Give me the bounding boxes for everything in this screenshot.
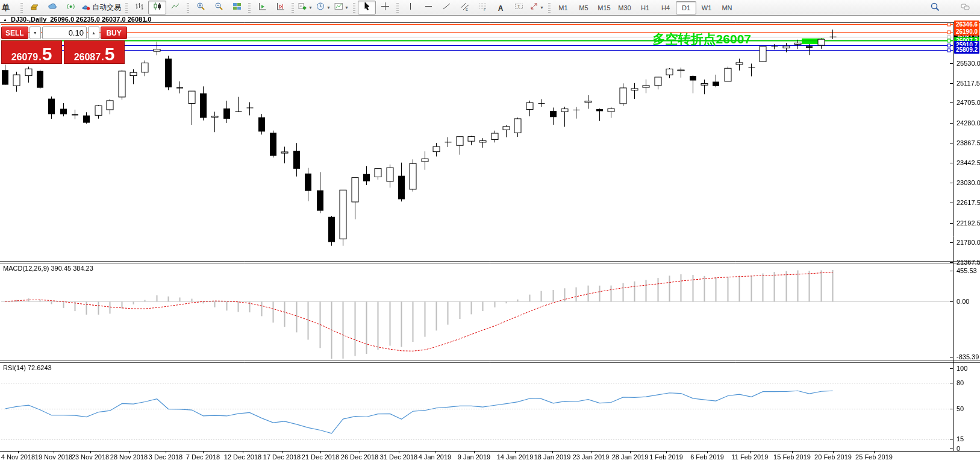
zoom-in-button[interactable] xyxy=(192,1,210,14)
date-axis-label: 15 Feb 2019 xyxy=(773,453,811,461)
arrows-button[interactable]: ▼ xyxy=(528,1,546,14)
price-axis-label: 23867.5 xyxy=(957,139,980,146)
auto-trading-button[interactable]: 自动交易 xyxy=(80,1,123,14)
date-axis-label: 31 Dec 2018 xyxy=(380,453,417,461)
date-axis-label: 9 Jan 2019 xyxy=(458,453,490,461)
one-click-trading-panel: SELL ▼ ▲ BUY 26079 . 5 26087 . 5 xyxy=(1,27,127,64)
new-order-button[interactable]: 单 xyxy=(0,1,18,14)
toolbar-separator xyxy=(353,3,355,13)
timeframe-button-W1[interactable]: W1 xyxy=(696,1,717,14)
auto-scroll-button[interactable] xyxy=(253,1,271,14)
chat-icon xyxy=(961,2,970,14)
chat-button[interactable] xyxy=(956,1,974,15)
chart-annotation-text: 多空转折点26007 xyxy=(653,31,751,48)
date-axis-label: 4 Nov 2018 xyxy=(1,453,35,461)
crosshair-icon xyxy=(381,2,390,13)
indicators-button[interactable]: ▼ xyxy=(296,1,314,14)
signals-icon xyxy=(66,2,75,13)
price-axis-label: 23030.0 xyxy=(957,179,980,186)
toolbar-separator xyxy=(396,3,399,13)
label-button[interactable]: T xyxy=(510,1,528,14)
macd-axis-label: -835.39 xyxy=(957,353,979,361)
zoom-out-button[interactable] xyxy=(210,1,228,14)
cursor-icon xyxy=(363,2,372,13)
trendline-button[interactable] xyxy=(437,1,455,14)
toolbar-separator xyxy=(20,3,23,13)
sell-price-display[interactable]: 26079 . 5 xyxy=(1,40,62,64)
arrows-icon xyxy=(529,2,538,13)
signals-button[interactable] xyxy=(61,1,80,14)
toolbar-separator xyxy=(292,3,294,13)
tile-windows-button[interactable] xyxy=(228,1,246,14)
chart-shift-button[interactable] xyxy=(271,1,289,14)
gold-bar-button[interactable] xyxy=(25,1,43,14)
bar-chart-button[interactable] xyxy=(130,1,148,14)
horizontal-line-icon xyxy=(424,2,433,13)
timeframe-button-D1[interactable]: D1 xyxy=(676,1,696,14)
chart-shift-icon xyxy=(276,2,285,13)
price-flag: 26346.6 xyxy=(954,20,979,28)
vertical-line-icon xyxy=(406,2,415,13)
timeframe-button-H4[interactable]: H4 xyxy=(655,1,676,14)
buy-price-dot: . xyxy=(101,52,104,62)
buy-price-main: 26087 xyxy=(74,52,101,62)
price-axis-label: 25117.5 xyxy=(957,80,980,87)
rsi-axis-label: 0 xyxy=(957,445,960,452)
timeframe-button-M1[interactable]: M1 xyxy=(553,1,573,14)
buy-button[interactable]: BUY xyxy=(101,27,127,39)
date-axis-label: 12 Dec 2018 xyxy=(224,453,261,461)
price-flag: 25809.2 xyxy=(954,46,979,54)
fibonacci-icon: F xyxy=(478,2,487,13)
rsi-axis-label: 100 xyxy=(957,365,967,372)
date-axis-label: 11 Feb 2019 xyxy=(732,453,769,461)
sell-button[interactable]: SELL xyxy=(1,27,28,39)
toolbar-separator xyxy=(125,3,128,13)
auto-scroll-icon xyxy=(258,2,267,13)
timeframe-button-M15[interactable]: M15 xyxy=(594,1,614,14)
date-axis-label: 14 Jan 2019 xyxy=(497,453,534,461)
price-axis-label: 22617.5 xyxy=(957,199,980,206)
rsi-indicator-label: RSI(14) 72.6243 xyxy=(3,364,52,371)
toolbar-separator xyxy=(187,3,189,13)
svg-text:F: F xyxy=(484,8,486,11)
cursor-button[interactable] xyxy=(358,1,376,14)
buy-price-display[interactable]: 26087 . 5 xyxy=(64,40,125,64)
toolbar-separator xyxy=(548,3,551,13)
timeframe-button-H1[interactable]: H1 xyxy=(635,1,655,14)
chart-title: ▲ DJ30-,Daily 26096.0 26235.0 26037.0 26… xyxy=(3,16,151,23)
buy-price-fraction: 5 xyxy=(105,47,115,62)
rsi-axis-label: 15 xyxy=(957,435,964,442)
lot-size-input[interactable] xyxy=(42,27,87,39)
subwindow-marker-icon: ▲ xyxy=(3,17,7,22)
vertical-line-button[interactable] xyxy=(401,1,419,14)
timeframe-button-MN[interactable]: MN xyxy=(717,1,737,14)
channel-button[interactable]: E xyxy=(455,1,473,14)
search-button[interactable] xyxy=(926,1,944,15)
lot-decrease-button[interactable]: ▼ xyxy=(30,27,41,39)
periods-button[interactable]: ▼ xyxy=(314,1,332,14)
line-chart-button[interactable] xyxy=(166,1,184,14)
lot-increase-button[interactable]: ▲ xyxy=(88,27,99,39)
svg-text:T: T xyxy=(517,4,520,8)
date-axis-label: 26 Dec 2018 xyxy=(341,453,378,461)
candlestick-chart-button[interactable] xyxy=(148,1,166,14)
crosshair-button[interactable] xyxy=(376,1,394,14)
date-axis-label: 25 Feb 2019 xyxy=(855,453,893,461)
text-button[interactable]: A xyxy=(492,1,510,14)
horizontal-line-button[interactable] xyxy=(419,1,437,14)
date-axis-label: 20 Feb 2019 xyxy=(814,453,852,461)
price-flag: 26190.0 xyxy=(954,28,979,36)
cloud-button[interactable] xyxy=(43,1,61,14)
date-axis-label: 7 Dec 2018 xyxy=(186,453,220,461)
chart-canvas[interactable] xyxy=(0,0,980,466)
date-axis-label: 21 Dec 2018 xyxy=(302,453,339,461)
templates-button[interactable]: ▼ xyxy=(332,1,351,14)
sell-price-dot: . xyxy=(39,52,41,62)
timeframe-button-M30[interactable]: M30 xyxy=(614,1,635,14)
timeframe-button-M5[interactable]: M5 xyxy=(573,1,594,14)
fibonacci-button[interactable]: F xyxy=(473,1,492,14)
macd-axis-label: 455.53 xyxy=(957,267,977,274)
toolbar-right-icons xyxy=(926,1,974,15)
rsi-axis-label: 50 xyxy=(957,405,964,412)
cloud-icon xyxy=(48,2,57,13)
